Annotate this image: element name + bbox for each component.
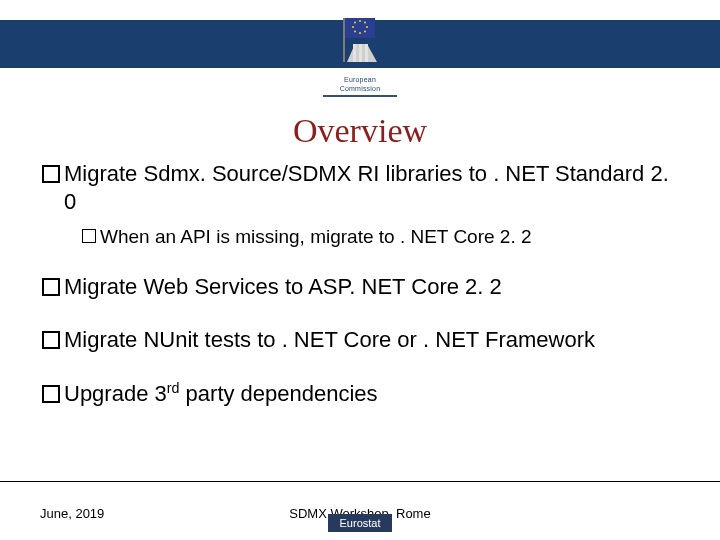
svg-point-6 [354,31,356,33]
svg-rect-13 [365,44,368,62]
svg-point-2 [364,22,366,24]
svg-point-1 [359,20,361,22]
bullet-4-post: party dependencies [179,381,377,406]
bullet-1: Migrate Sdmx. Source/SDMX RI libraries t… [42,160,678,215]
svg-point-5 [359,32,361,34]
bullet-1-sub: When an API is missing, migrate to . NET… [82,225,678,249]
bullet-3: Migrate NUnit tests to . NET Core or . N… [42,326,678,354]
slide: European Commission Overview Migrate Sdm… [0,0,720,540]
bullet-1-sub-text: When an API is missing, migrate to . NET… [100,225,532,249]
svg-rect-9 [343,18,345,62]
footer-rule [0,481,720,482]
ec-logo: European Commission [323,14,397,97]
svg-rect-11 [353,44,356,62]
bullet-4-text: Upgrade 3rd party dependencies [64,380,378,408]
svg-point-3 [366,26,368,28]
svg-rect-12 [359,44,362,62]
bullet-4-pre: Upgrade 3 [64,381,167,406]
bullet-4-sup: rd [167,380,180,396]
content-area: Migrate Sdmx. Source/SDMX RI libraries t… [42,160,678,408]
footer-badge-wrap: Eurostat [0,513,720,532]
square-bullet-icon [42,331,60,349]
square-bullet-icon [42,165,60,183]
square-bullet-icon [82,229,96,243]
slide-title: Overview [0,112,720,150]
square-bullet-icon [42,385,60,403]
ec-logo-svg [333,14,387,74]
bullet-1-text: Migrate Sdmx. Source/SDMX RI libraries t… [64,160,678,215]
svg-point-8 [354,22,356,24]
bullet-2-text: Migrate Web Services to ASP. NET Core 2.… [64,273,502,301]
square-bullet-icon [42,278,60,296]
logo-underline [323,95,397,97]
svg-point-7 [352,26,354,28]
bullet-3-text: Migrate NUnit tests to . NET Core or . N… [64,326,595,354]
svg-point-4 [364,31,366,33]
bullet-2: Migrate Web Services to ASP. NET Core 2.… [42,273,678,301]
bullet-4: Upgrade 3rd party dependencies [42,380,678,408]
logo-text-line1: European [323,76,397,83]
logo-text-line2: Commission [323,85,397,92]
eurostat-badge: Eurostat [328,514,393,532]
